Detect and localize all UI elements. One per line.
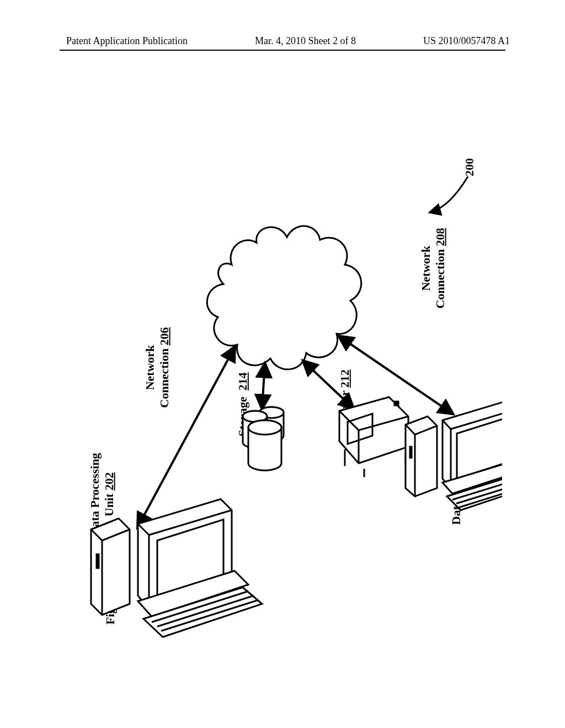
header-left: Patent Application Publication <box>66 35 188 47</box>
svg-rect-10 <box>97 554 99 568</box>
storage-icon <box>243 407 284 470</box>
svg-rect-20 <box>410 447 412 458</box>
printer-icon <box>339 397 408 477</box>
header-divider <box>60 50 505 51</box>
computer-right-icon <box>406 402 502 510</box>
diagram-svg <box>66 83 502 662</box>
arrow-printer <box>303 361 353 408</box>
header-center: Mar. 4, 2010 Sheet 2 of 8 <box>255 35 356 47</box>
svg-rect-3 <box>395 402 398 405</box>
header-right: US 2010/0057478 A1 <box>423 35 510 47</box>
ref-arrow-icon <box>430 176 468 212</box>
arrow-storage <box>262 364 265 408</box>
computer-left-icon <box>91 499 262 637</box>
cloud-icon <box>207 226 361 370</box>
svg-point-2 <box>248 420 281 435</box>
figure-2-diagram: Figure 2 200 Network 210 Network Connect… <box>66 83 502 662</box>
